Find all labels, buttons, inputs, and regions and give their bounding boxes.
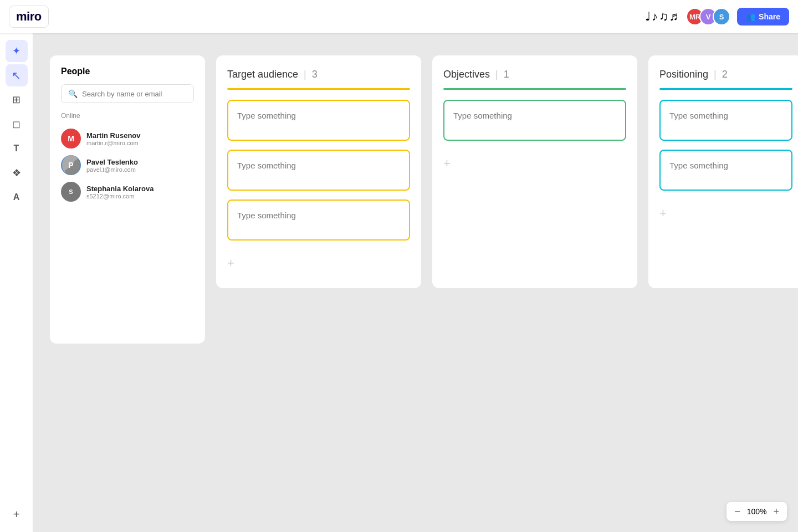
positioning-column: Positioning | 2 + bbox=[648, 55, 798, 288]
card-input[interactable] bbox=[443, 100, 626, 141]
collaborator-avatars: MR V S bbox=[686, 8, 730, 25]
column-header: Objectives | 1 bbox=[443, 69, 626, 80]
text-icon: T bbox=[14, 144, 19, 154]
card-input[interactable] bbox=[659, 150, 792, 191]
zoom-out-button[interactable]: − bbox=[734, 507, 740, 516]
search-icon: 🔍 bbox=[68, 89, 78, 98]
font-icon: A bbox=[13, 192, 20, 202]
share-label: Share bbox=[759, 12, 780, 21]
avatar: P bbox=[61, 155, 81, 175]
zoom-in-button[interactable]: + bbox=[773, 507, 779, 516]
avatar-s[interactable]: S bbox=[713, 8, 730, 25]
left-sidebar: ✦ ↖ ⊞ ◻ T ❖ A + bbox=[0, 33, 33, 532]
person-name: Martin Rusenov bbox=[86, 131, 141, 140]
sidebar-magic-btn[interactable]: ✦ bbox=[6, 40, 28, 62]
person-info: Pavel Teslenko pavel.t@miro.com bbox=[86, 158, 138, 173]
person-email: s5212@miro.com bbox=[86, 193, 154, 200]
logo[interactable]: miro bbox=[9, 6, 49, 28]
column-accent-line bbox=[659, 88, 792, 90]
person-email: martin.r@miro.com bbox=[86, 140, 141, 146]
person-name: Stephania Kolarova bbox=[86, 185, 154, 193]
share-icon: 👥 bbox=[746, 12, 755, 21]
sidebar-add-btn[interactable]: + bbox=[6, 503, 28, 525]
column-count: 1 bbox=[504, 69, 509, 80]
add-card-button[interactable]: + bbox=[443, 154, 451, 173]
column-count: 3 bbox=[312, 69, 318, 80]
objectives-column: Objectives | 1 + bbox=[432, 55, 637, 288]
sidebar-font-btn[interactable]: A bbox=[6, 186, 28, 208]
share-button[interactable]: 👥 Share bbox=[737, 8, 789, 25]
column-header: Positioning | 2 bbox=[659, 69, 792, 80]
person-item[interactable]: P Pavel Teslenko pavel.t@miro.com bbox=[61, 152, 194, 178]
person-info: Martin Rusenov martin.r@miro.com bbox=[86, 131, 141, 146]
people-list: M Martin Rusenov martin.r@miro.com P Pav… bbox=[61, 125, 194, 205]
header: miro ♩♪♫♬ MR V S 👥 Share bbox=[0, 0, 798, 33]
card-input[interactable] bbox=[227, 100, 410, 141]
card-input[interactable] bbox=[227, 150, 410, 191]
header-right: ♩♪♫♬ MR V S 👥 Share bbox=[645, 8, 789, 25]
column-accent-line bbox=[443, 88, 626, 90]
zoom-controls: − 100% + bbox=[727, 502, 787, 521]
target-audience-column: Target audience | 3 + bbox=[216, 55, 421, 288]
column-title: Objectives bbox=[443, 69, 490, 80]
table-icon: ⊞ bbox=[12, 94, 21, 106]
search-input[interactable] bbox=[82, 90, 187, 98]
cursor-icon: ↖ bbox=[12, 69, 21, 82]
add-card-button[interactable]: + bbox=[227, 254, 234, 273]
column-title: Target audience bbox=[227, 69, 298, 80]
sticky-note-icon: ◻ bbox=[12, 118, 21, 130]
sidebar-sticky-btn[interactable]: ◻ bbox=[6, 113, 28, 135]
card-input[interactable] bbox=[659, 100, 792, 141]
avatar: M bbox=[61, 129, 81, 149]
column-accent-line bbox=[227, 88, 410, 90]
sidebar-text-btn[interactable]: T bbox=[6, 137, 28, 160]
search-box[interactable]: 🔍 bbox=[61, 84, 194, 103]
people-panel-title: People bbox=[61, 66, 194, 76]
card-input[interactable] bbox=[227, 200, 410, 241]
person-info: Stephania Kolarova s5212@miro.com bbox=[86, 185, 154, 200]
person-name: Pavel Teslenko bbox=[86, 158, 138, 166]
column-header: Target audience | 3 bbox=[227, 69, 410, 80]
shapes-icon: ❖ bbox=[12, 167, 21, 179]
sidebar-shapes-btn[interactable]: ❖ bbox=[6, 162, 28, 184]
column-count: 2 bbox=[722, 69, 728, 80]
person-item[interactable]: S Stephania Kolarova s5212@miro.com bbox=[61, 178, 194, 205]
person-email: pavel.t@miro.com bbox=[86, 166, 138, 173]
sidebar-cursor-btn[interactable]: ↖ bbox=[6, 64, 28, 86]
logo-text: miro bbox=[16, 9, 42, 23]
people-panel: People 🔍 Online M Martin Rusenov martin.… bbox=[50, 55, 205, 344]
column-title: Positioning bbox=[659, 69, 708, 80]
zoom-level: 100% bbox=[747, 507, 767, 516]
online-label: Online bbox=[61, 112, 194, 120]
sidebar-table-btn[interactable]: ⊞ bbox=[6, 89, 28, 111]
add-card-button[interactable]: + bbox=[659, 204, 667, 223]
magic-icon: ✦ bbox=[12, 45, 21, 57]
person-item[interactable]: M Martin Rusenov martin.r@miro.com bbox=[61, 125, 194, 152]
emoji-decoration: ♩♪♫♬ bbox=[645, 9, 679, 24]
plus-icon: + bbox=[13, 508, 20, 521]
canvas-area: People 🔍 Online M Martin Rusenov martin.… bbox=[33, 33, 798, 532]
avatar: S bbox=[61, 182, 81, 202]
